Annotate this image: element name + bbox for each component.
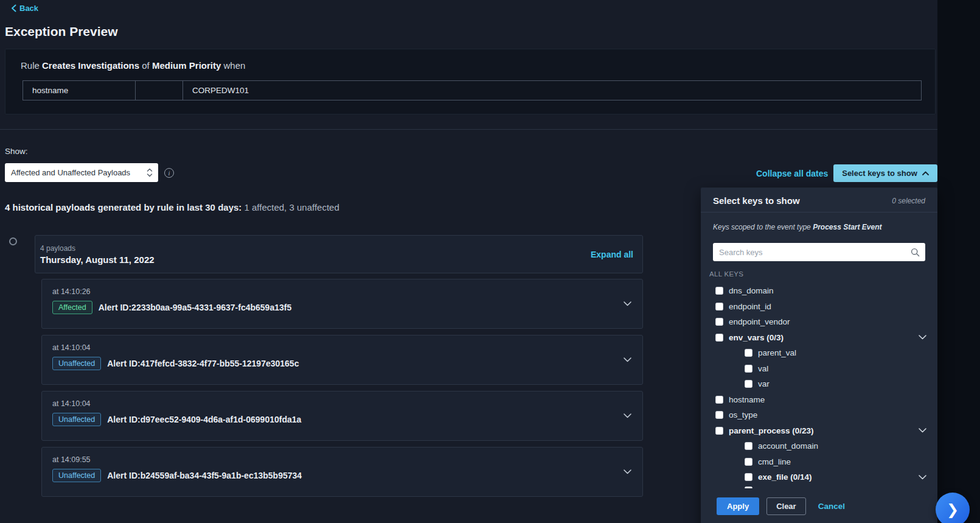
- all-keys-label: ALL KEYS: [709, 270, 937, 278]
- date-payload-count: 4 payloads: [40, 244, 155, 253]
- chevron-down-icon[interactable]: [919, 475, 926, 480]
- select-keys-button-label: Select keys to show: [842, 169, 917, 178]
- key-row[interactable]: val: [701, 361, 937, 377]
- date-group-header[interactable]: 4 payloads Thursday, August 11, 2022 Exp…: [35, 235, 643, 273]
- key-row[interactable]: account_domain: [701, 438, 937, 454]
- key-label: endpoint_id: [729, 302, 771, 311]
- rule-suffix: when: [223, 60, 245, 71]
- alert-id-label: Alert ID:: [99, 303, 131, 312]
- keys-panel-footer: Apply Clear Cancel: [701, 494, 937, 515]
- key-row[interactable]: endpoint_id: [701, 299, 937, 315]
- apply-button[interactable]: Apply: [717, 497, 759, 515]
- alert-id-text: Alert ID:417fefcd-3832-4f77-bb55-12197e3…: [107, 359, 299, 368]
- rule-summary-panel: Rule Creates Investigations of Medium Pr…: [5, 49, 936, 114]
- payload-list: at 14:10:26 Affected Alert ID:2233b0aa-9…: [41, 279, 643, 503]
- key-checkbox[interactable]: [715, 427, 723, 435]
- keys-panel-title: Select keys to show: [713, 195, 800, 206]
- select-keys-button[interactable]: Select keys to show: [833, 164, 937, 182]
- rule-priority: Medium Priority: [152, 60, 221, 71]
- partial-key-row: [701, 485, 937, 488]
- status-badge: Unaffected: [52, 413, 101, 426]
- chevron-down-icon[interactable]: [919, 428, 926, 433]
- rule-action: Creates Investigations: [42, 60, 139, 71]
- payload-time: at 14:10:04: [52, 343, 613, 352]
- date-label: Thursday, August 11, 2022: [40, 254, 155, 265]
- key-row[interactable]: dns_domain: [701, 283, 937, 299]
- key-checkbox[interactable]: [745, 473, 752, 481]
- cancel-button[interactable]: Cancel: [818, 502, 845, 511]
- key-checkbox[interactable]: [715, 334, 723, 342]
- key-checkbox[interactable]: [745, 380, 752, 388]
- key-label: parent_process (0/23): [729, 426, 814, 435]
- summary-count: 4 historical payloads: [5, 202, 95, 212]
- key-row[interactable]: var: [701, 376, 937, 392]
- search-icon: [911, 248, 920, 257]
- rule-prefix: Rule: [21, 60, 40, 71]
- payload-card[interactable]: at 14:10:04 Unaffected Alert ID:417fefcd…: [41, 335, 643, 385]
- key-checkbox[interactable]: [715, 411, 723, 419]
- alert-id-value: 417fefcd-3832-4f77-bb55-12197e30165c: [141, 359, 299, 368]
- key-label: account_domain: [758, 441, 818, 451]
- exception-preview-page: Back Exception Preview Rule Creates Inve…: [0, 0, 980, 523]
- key-list: dns_domain endpoint_id endpoint_vendor e…: [701, 283, 937, 485]
- key-checkbox[interactable]: [715, 318, 723, 326]
- key-row[interactable]: endpoint_vendor: [701, 314, 937, 330]
- search-keys-input[interactable]: [713, 243, 925, 261]
- page-title: Exception Preview: [5, 24, 118, 39]
- show-filter-value: Affected and Unaffected Payloads: [11, 168, 130, 177]
- show-filter-select[interactable]: Affected and Unaffected Payloads: [5, 163, 158, 182]
- payload-card[interactable]: at 14:10:04 Unaffected Alert ID:d97eec52…: [41, 391, 643, 441]
- alert-id-value: b24559af-ba34-43f5-9a1b-ec13b5b95734: [141, 471, 302, 480]
- collapse-all-dates-link[interactable]: Collapse all dates: [756, 169, 828, 178]
- key-label: dns_domain: [729, 286, 774, 295]
- key-checkbox[interactable]: [745, 442, 752, 450]
- key-label: hostname: [729, 395, 765, 404]
- keys-panel-header: Select keys to show 0 selected: [701, 188, 937, 212]
- summary-breakdown: 1 affected, 3 unaffected: [245, 202, 339, 212]
- alert-id-label: Alert ID:: [107, 415, 140, 424]
- payloads-summary: 4 historical payloads generated by rule …: [5, 202, 339, 212]
- status-badge: Unaffected: [52, 357, 101, 370]
- condition-value: CORPEDW101: [183, 81, 921, 100]
- key-checkbox[interactable]: [715, 287, 723, 295]
- info-icon[interactable]: i: [164, 168, 174, 178]
- key-row[interactable]: cmd_line: [701, 454, 937, 470]
- right-gutter: [937, 0, 980, 523]
- key-checkbox[interactable]: [745, 349, 752, 357]
- back-link[interactable]: Back: [11, 4, 38, 13]
- payload-row: Unaffected Alert ID:417fefcd-3832-4f77-b…: [52, 357, 613, 370]
- key-label: val: [758, 364, 768, 373]
- key-checkbox[interactable]: [715, 396, 723, 404]
- condition-operator: [136, 81, 183, 100]
- chevron-down-icon[interactable]: [919, 335, 926, 340]
- clear-button[interactable]: Clear: [766, 497, 806, 515]
- payload-card[interactable]: at 14:10:26 Affected Alert ID:2233b0aa-9…: [41, 279, 643, 329]
- key-row[interactable]: env_vars (0/3): [701, 330, 937, 346]
- key-row[interactable]: os_type: [701, 407, 937, 423]
- chevron-down-icon[interactable]: [624, 469, 631, 474]
- chevron-down-icon[interactable]: [624, 413, 631, 418]
- condition-field: hostname: [23, 81, 136, 100]
- alert-id-label: Alert ID:: [107, 359, 140, 368]
- key-row[interactable]: parent_process (0/23): [701, 423, 937, 439]
- payload-card[interactable]: at 14:09:55 Unaffected Alert ID:b24559af…: [41, 447, 643, 497]
- chevron-down-icon[interactable]: [624, 357, 631, 362]
- show-label: Show:: [5, 147, 28, 156]
- key-checkbox[interactable]: [745, 365, 752, 373]
- key-checkbox[interactable]: [745, 458, 752, 466]
- sort-arrows-icon: [147, 168, 153, 177]
- help-chat-button[interactable]: ❯: [936, 493, 970, 523]
- expand-all-link[interactable]: Expand all: [591, 250, 633, 259]
- alert-id-text: Alert ID:d97eec52-9409-4d6a-af1d-0699010…: [107, 415, 301, 424]
- key-row[interactable]: parent_val: [701, 345, 937, 361]
- payload-row: Affected Alert ID:2233b0aa-99a5-4331-963…: [52, 301, 613, 314]
- selected-count: 0 selected: [892, 197, 925, 205]
- key-row[interactable]: hostname: [701, 392, 937, 408]
- scope-event-type: Process Start Event: [813, 223, 881, 231]
- payload-time: at 14:10:04: [52, 399, 613, 408]
- timeline-dot: [9, 237, 17, 245]
- keys-scope-note: Keys scoped to the event type Process St…: [713, 223, 925, 231]
- chevron-down-icon[interactable]: [624, 301, 631, 306]
- key-row[interactable]: exe_file (0/14): [701, 469, 937, 485]
- key-checkbox[interactable]: [715, 303, 723, 311]
